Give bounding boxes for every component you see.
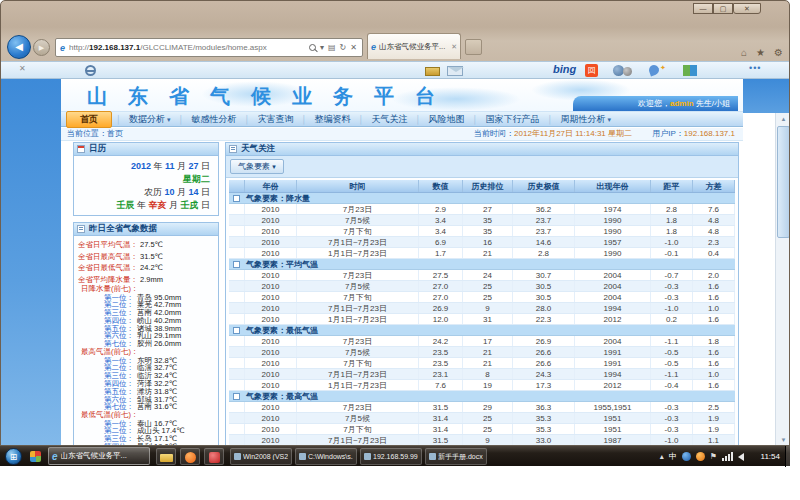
table-cell: 26.6	[513, 358, 575, 368]
app-icon-colorgrid[interactable]	[30, 451, 41, 462]
explorer-folder-icon[interactable]	[156, 448, 176, 465]
action-center-flag-icon[interactable]: ⚑	[710, 452, 717, 461]
table-group-row[interactable]: 气象要素：平均气温	[229, 259, 735, 270]
speaker-icon[interactable]	[738, 453, 744, 461]
more-dots-icon[interactable]: •••	[749, 63, 761, 73]
table-cell: 1月1日~7月23日	[297, 314, 419, 324]
table-cell: 1.1	[693, 435, 735, 445]
browser-tab[interactable]: e 山东省气候业务平... ✕	[367, 33, 461, 59]
nav-item-2[interactable]: 敏感性分析	[183, 113, 244, 126]
plugin-icon-blue[interactable]	[690, 65, 697, 76]
taskbar-ie-button[interactable]: e 山东省气候业务平...	[48, 447, 150, 465]
table-cell: 0.4	[693, 248, 735, 258]
table-cell: 25	[463, 281, 513, 291]
plugin-icon-green[interactable]	[683, 65, 690, 76]
taskbar-button[interactable]: 192.168.59.99...	[360, 448, 422, 465]
bird-icon[interactable]	[648, 64, 661, 77]
nav-item-4[interactable]: 整编资料	[306, 113, 358, 126]
table-cell: -0.3	[651, 292, 693, 302]
table-cell: 7月23日	[297, 336, 419, 346]
network-icon[interactable]	[722, 452, 733, 461]
toolbar-close-icon[interactable]: ✕	[19, 64, 26, 73]
nav-item-3[interactable]: 灾害查询	[249, 113, 301, 126]
summary-metric: 全省日平均气温：27.5℃	[78, 239, 214, 251]
table-cell: 21	[463, 358, 513, 368]
tray-icon-blue[interactable]	[682, 452, 691, 461]
back-button[interactable]: ◀	[7, 35, 31, 59]
table-cell: 2004	[575, 292, 651, 302]
expand-checkbox[interactable]	[233, 327, 240, 334]
ime-indicator[interactable]: 中	[669, 451, 677, 462]
nav-item-7[interactable]: 国家下行产品	[477, 113, 547, 126]
address-bar[interactable]: e http://192.168.137.1/GLCCLIMATE/module…	[55, 38, 363, 57]
taskbar-clock[interactable]: 11:54	[761, 446, 780, 467]
tab-close-icon[interactable]: ✕	[451, 43, 457, 51]
table-group-row[interactable]: 气象要素：降水量	[229, 193, 735, 204]
weather-watch-panel: 天气关注 气象要素 ▾ 年份时间数值历史排位历史极值出现年份距平方差气象要素：降…	[225, 142, 739, 446]
blocked-circle-icon[interactable]	[85, 65, 96, 76]
table-cell: 9	[463, 435, 513, 445]
forward-button[interactable]: ▶	[33, 39, 50, 56]
scroll-up-icon[interactable]: ▲	[776, 113, 790, 125]
start-button[interactable]: ⊞	[5, 448, 22, 465]
card-icon[interactable]	[425, 67, 440, 76]
nav-item-6[interactable]: 风险地图	[420, 113, 472, 126]
tray-icon-orange[interactable]	[696, 452, 705, 461]
weather-summary-body: 全省日平均气温：27.5℃全省日最高气温：31.5℃全省日最低气温：24.2℃全…	[74, 236, 218, 446]
table-row: 20107月下旬27.02530.52004-0.31.6	[229, 292, 735, 303]
nav-item-1[interactable]: 数据分析 ▾	[121, 113, 178, 126]
element-filter-button[interactable]: 气象要素 ▾	[230, 159, 284, 174]
home-icon[interactable]: ⌂	[741, 47, 747, 58]
vertical-scrollbar[interactable]: ▲ ▼	[775, 113, 790, 446]
nav-item-8[interactable]: 周期性分析 ▾	[552, 113, 618, 126]
table-cell: -0.7	[651, 270, 693, 280]
taskbar-button-label: Win2008 (VS2...	[243, 453, 288, 460]
calendar-panel: 日历 2012 年 11 月 27 日星期二农历 10 月 14 日壬辰 年 辛…	[73, 142, 219, 216]
summary-metric: 全省日最高气温：31.5℃	[78, 251, 214, 263]
nav-item-0[interactable]: 首页	[66, 111, 112, 128]
minimize-button[interactable]: —	[693, 3, 713, 14]
expand-checkbox[interactable]	[233, 393, 240, 400]
scrollbar-thumb[interactable]	[777, 126, 790, 238]
table-cell: 出现年份	[575, 180, 651, 192]
table-cell: 7月下旬	[297, 292, 419, 302]
table-group-row[interactable]: 气象要素：最低气温	[229, 325, 735, 336]
addon-toolbar: ✕ bing 回 ✦ •••	[1, 61, 790, 79]
group-label: 气象要素：平均气温	[246, 259, 318, 269]
table-cell: 6.9	[419, 237, 463, 247]
expand-checkbox[interactable]	[233, 261, 240, 268]
show-desktop-button[interactable]	[785, 446, 790, 467]
tray-expand-icon[interactable]: ▴	[660, 452, 664, 461]
table-cell: 2010	[245, 215, 297, 225]
search-icon[interactable]	[309, 44, 316, 51]
share-icon[interactable]: 回	[585, 64, 598, 77]
table-group-row[interactable]: 气象要素：最高气温	[229, 391, 735, 402]
favorites-star-icon[interactable]: ★	[756, 47, 765, 58]
app-icon-red[interactable]	[204, 448, 224, 465]
stop-icon[interactable]: ✕	[350, 43, 357, 52]
table-cell: 7月5候	[297, 281, 419, 291]
app-icon-orange[interactable]	[180, 448, 200, 465]
table-cell: 4.8	[693, 226, 735, 236]
bing-logo[interactable]: bing	[553, 63, 576, 75]
tools-gear-icon[interactable]: ⚙	[774, 47, 783, 58]
addon-circle-icon-2[interactable]	[623, 67, 632, 76]
taskbar-button[interactable]: C:\Windows\s...	[295, 448, 357, 465]
expand-checkbox[interactable]	[233, 195, 240, 202]
close-button[interactable]: ✕	[733, 3, 761, 14]
taskbar-button[interactable]: Win2008 (VS2...	[230, 448, 292, 465]
table-cell: 2.9	[419, 204, 463, 214]
table-cell	[229, 402, 245, 412]
mail-icon[interactable]	[447, 66, 463, 76]
maximize-button[interactable]: ▢	[713, 3, 733, 14]
chevron-down-icon[interactable]: ▾	[320, 43, 324, 52]
table-cell	[229, 180, 245, 192]
compatibility-view-icon[interactable]: ▤	[328, 43, 336, 52]
table-cell: 2010	[245, 435, 297, 445]
metric-label: 全省日最低气温：	[78, 263, 138, 272]
nav-item-5[interactable]: 天气关注	[363, 113, 415, 126]
table-cell: 7.6	[693, 204, 735, 214]
taskbar-button[interactable]: 新手手册.docx ..	[425, 448, 487, 465]
refresh-icon[interactable]: ↻	[340, 43, 347, 52]
new-tab-button[interactable]	[465, 39, 482, 55]
